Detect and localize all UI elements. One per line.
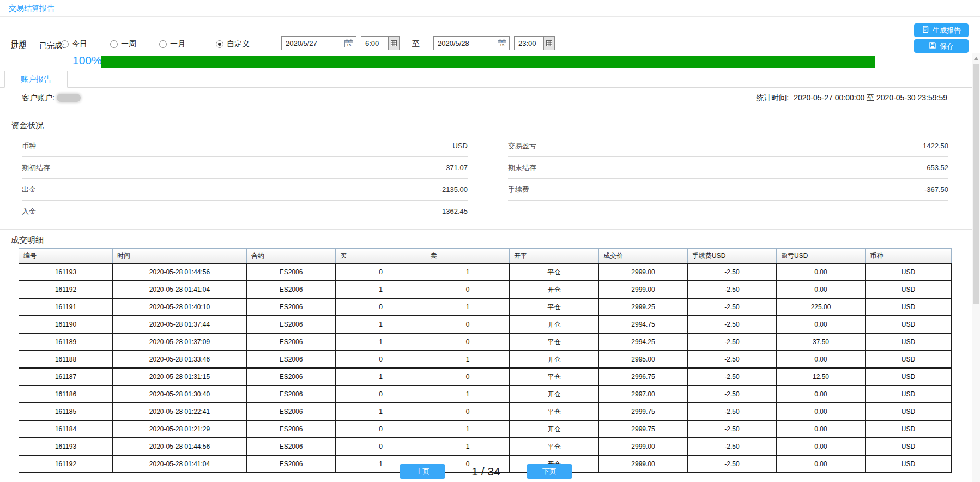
table-cell: -2.50 [688,403,777,420]
table-cell: 2994.75 [599,316,688,333]
radio-icon [216,40,223,48]
table-cell: USD [866,403,952,420]
fund-value: 653.52 [927,164,948,172]
table-cell: 2999.00 [599,281,688,298]
account-value-redacted [57,94,81,102]
save-button[interactable]: 保存 [914,39,969,53]
progress-label: 进度 [11,41,26,51]
table-cell: 161192 [19,281,113,298]
table-cell: -2.50 [688,333,777,351]
table-cell: 0 [336,438,426,455]
table-cell: 0 [426,403,510,420]
table-cell: USD [866,438,952,455]
generate-report-button[interactable]: 生成报告 [914,23,969,37]
end-time-value: 23:00 [515,39,543,47]
table-cell: 平仓 [510,403,599,420]
table-cell: -2.50 [688,420,777,438]
toolbar: 日期 今日一周一月自定义 2020/5/27 15 6:00 至 2020/5/… [0,17,980,53]
table-cell: -2.50 [688,298,777,316]
table-cell: 2994.25 [599,333,688,351]
column-header: 开平 [510,249,599,264]
scrollbar-thumb[interactable] [973,64,979,304]
table-cell: USD [866,316,952,333]
radio-label: 一周 [121,39,136,49]
fund-label: 入金 [22,207,36,216]
radio-label: 自定义 [227,39,250,49]
progress-percent: 100% [72,54,102,67]
fund-value: USD [453,142,468,150]
table-cell: 平仓 [510,333,599,351]
table-cell: 1 [426,385,510,403]
fund-value: 371.07 [446,164,468,172]
date-option-radio-3[interactable]: 一月 [159,39,185,49]
table-cell: -2.50 [688,351,777,368]
table-cell: 0 [336,298,426,316]
scrollbar-up-icon[interactable] [974,57,978,60]
table-cell: 2020-05-28 01:22:41 [113,403,247,420]
table-cell: 开仓 [510,281,599,298]
table-cell: ES2006 [247,385,336,403]
page-title: 交易结算报告 [9,4,55,14]
start-date-input[interactable]: 2020/5/27 15 [281,36,356,50]
table-cell: USD [866,385,952,403]
table-cell: 2997.00 [599,385,688,403]
table-cell: 0 [336,351,426,368]
table-cell: 2020-05-28 01:40:10 [113,298,247,316]
fund-label: 交易盈亏 [508,141,536,151]
account-row: 客户账户: 统计时间: 2020-05-27 00:00:00 至 2020-0… [0,88,972,107]
fund-row: 期末结存653.52 [508,157,948,179]
table-cell: ES2006 [247,281,336,298]
table-cell: 开仓 [510,385,599,403]
pagination-prev-button[interactable]: 上页 [400,464,445,479]
fund-label: 期末结存 [508,163,536,173]
table-cell: 0.00 [777,263,866,281]
table-cell: 平仓 [510,368,599,385]
funds-right-column: 交易盈亏1422.50期末结存653.52手续费-367.50 [508,135,948,222]
time-grid-icon[interactable] [388,37,399,50]
fund-label: 手续费 [508,185,529,195]
date-option-radio-1[interactable]: 今日 [61,39,87,49]
date-option-radio-4[interactable]: 自定义 [216,39,250,49]
column-header: 币种 [866,249,952,264]
scrollbar[interactable] [972,53,980,482]
table-cell: 161191 [19,298,113,316]
calendar-icon[interactable]: 15 [344,39,353,47]
table-header-row: 编号时间合约买卖开平成交价手续费USD盈亏USD币种 [19,249,952,264]
fund-row: 手续费-367.50 [508,179,948,201]
trades-section-title: 成交明细 [11,235,44,245]
table-cell: 2996.75 [599,368,688,385]
stats-time: 统计时间: 2020-05-27 00:00:00 至 2020-05-30 2… [756,93,947,103]
table-cell: 开仓 [510,351,599,368]
pagination-next-button[interactable]: 下页 [527,464,572,479]
start-time-input[interactable]: 6:00 [361,36,400,50]
table-cell: -2.50 [688,316,777,333]
table-row: 1611912020-05-28 01:40:10ES200601平仓2999.… [19,298,952,316]
date-option-radio-2[interactable]: 一周 [110,39,136,49]
radio-label: 今日 [72,39,87,49]
fund-row: 入金1362.45 [22,201,468,222]
table-cell: 2020-05-28 01:41:04 [113,281,247,298]
section-divider [0,229,972,230]
table-cell: 0 [426,368,510,385]
table-cell: -2.50 [688,385,777,403]
table-row: 1611882020-05-28 01:33:46ES200601开仓2995.… [19,351,952,368]
table-cell: 0.00 [777,403,866,420]
fund-row: 期初结存371.07 [22,157,468,179]
table-cell: 2020-05-28 01:37:44 [113,316,247,333]
funds-left-column: 币种USD期初结存371.07出金-2135.00入金1362.45 [22,135,468,222]
table-cell: 1 [426,351,510,368]
time-grid-icon[interactable] [543,37,554,50]
calendar-icon[interactable]: 15 [498,39,506,47]
table-cell: 1 [336,403,426,420]
table-cell: ES2006 [247,263,336,281]
table-cell: 0.00 [777,281,866,298]
tab-account-report[interactable]: 账户报告 [4,71,68,88]
end-date-input[interactable]: 2020/5/28 15 [433,36,510,50]
end-time-input[interactable]: 23:00 [514,36,555,50]
table-cell: 161193 [19,263,113,281]
table-cell: USD [866,420,952,438]
trades-table-wrap: 编号时间合约买卖开平成交价手续费USD盈亏USD币种 1611932020-05… [19,248,952,473]
table-cell: -2.50 [688,368,777,385]
radio-icon [110,40,118,48]
table-cell: ES2006 [247,368,336,385]
